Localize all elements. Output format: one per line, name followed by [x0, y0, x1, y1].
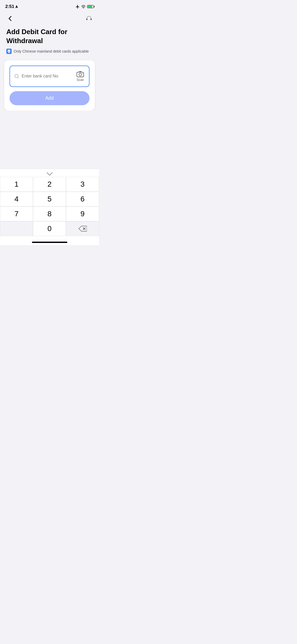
- keyboard-grid: 1 2 3 4 5 6 7 8 9 0: [0, 177, 99, 236]
- status-time: 2:51: [5, 4, 18, 9]
- card-number-input[interactable]: [22, 74, 74, 79]
- battery-icon: [87, 5, 94, 8]
- key-8[interactable]: 8: [33, 206, 66, 221]
- wifi-icon: [81, 5, 86, 8]
- add-button[interactable]: Add: [10, 91, 89, 105]
- svg-point-5: [82, 73, 83, 73]
- airplane-icon: [76, 4, 80, 9]
- nav-bar: [0, 12, 99, 27]
- svg-rect-3: [77, 72, 84, 77]
- status-bar: 2:51: [0, 0, 99, 12]
- key-delete[interactable]: [66, 221, 99, 236]
- scan-label: Scan: [77, 78, 84, 82]
- delete-icon: [78, 226, 87, 232]
- home-indicator: [0, 236, 99, 245]
- key-3[interactable]: 3: [66, 177, 99, 192]
- key-empty: [0, 221, 33, 236]
- key-6[interactable]: 6: [66, 192, 99, 206]
- empty-area: [0, 111, 99, 169]
- key-5[interactable]: 5: [33, 192, 66, 206]
- key-1[interactable]: 1: [0, 177, 33, 192]
- back-arrow-icon: [8, 16, 12, 21]
- camera-icon: [77, 71, 84, 77]
- status-icons: [76, 4, 94, 9]
- key-7[interactable]: 7: [0, 206, 33, 221]
- headset-icon: [85, 15, 93, 22]
- svg-rect-0: [86, 19, 87, 20]
- svg-point-4: [79, 73, 82, 76]
- card-input-wrapper[interactable]: Scan: [10, 66, 89, 87]
- key-2[interactable]: 2: [33, 177, 66, 192]
- support-button[interactable]: [84, 14, 94, 23]
- numeric-keyboard: 1 2 3 4 5 6 7 8 9 0: [0, 169, 99, 236]
- back-button[interactable]: [5, 14, 15, 23]
- key-0[interactable]: 0: [33, 221, 66, 236]
- search-icon: [14, 74, 19, 79]
- page-title: Add Debit Card for Withdrawal: [0, 27, 99, 49]
- scan-button[interactable]: Scan: [74, 70, 86, 83]
- home-bar: [32, 242, 67, 243]
- subtitle-text: Only Chinese mainland debit cards applic…: [14, 49, 89, 53]
- shield-icon: [6, 49, 12, 54]
- chevron-down-icon: [46, 172, 53, 176]
- key-4[interactable]: 4: [0, 192, 33, 206]
- subtitle-row: Only Chinese mainland debit cards applic…: [0, 49, 99, 60]
- keyboard-dismiss-button[interactable]: [0, 169, 99, 177]
- key-9[interactable]: 9: [66, 206, 99, 221]
- location-icon: [15, 5, 18, 8]
- main-card: Scan Add: [4, 60, 95, 111]
- input-left: [14, 74, 74, 79]
- shield-check-icon: [7, 49, 11, 53]
- svg-rect-1: [91, 19, 92, 20]
